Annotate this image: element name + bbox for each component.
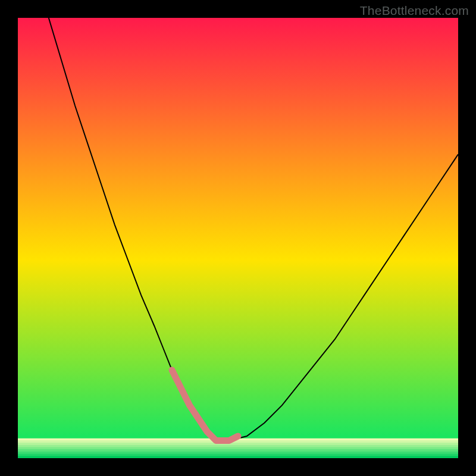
gradient-background bbox=[18, 18, 458, 458]
svg-rect-3 bbox=[18, 445, 458, 447]
svg-rect-8 bbox=[18, 456, 458, 458]
watermark-text: TheBottleneck.com bbox=[360, 4, 469, 18]
svg-rect-2 bbox=[18, 443, 458, 445]
svg-rect-5 bbox=[18, 449, 458, 452]
svg-rect-6 bbox=[18, 452, 458, 454]
chart-frame bbox=[18, 18, 458, 458]
svg-rect-4 bbox=[18, 447, 458, 450]
bottleneck-chart bbox=[18, 18, 458, 458]
svg-rect-7 bbox=[18, 454, 458, 456]
bottom-stripes bbox=[18, 439, 458, 458]
svg-rect-1 bbox=[18, 440, 458, 443]
